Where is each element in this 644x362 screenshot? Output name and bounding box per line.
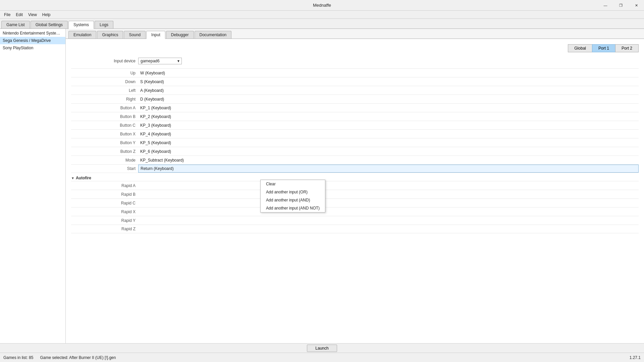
key-label-left: Left (71, 88, 138, 93)
key-mappings-table: Up W (Keyboard) Down S (Keyboard) Left A… (71, 68, 639, 173)
tab-emulation[interactable]: Emulation (68, 31, 96, 39)
table-row[interactable]: Button A KP_1 (Keyboard) (71, 103, 639, 112)
table-row[interactable]: Down S (Keyboard) (71, 77, 639, 86)
tab-documentation[interactable]: Documentation (195, 31, 232, 39)
table-row[interactable]: Start Return (Keyboard) (71, 164, 639, 173)
key-label-button-c: Button C (71, 123, 138, 128)
key-label-start: Start (71, 166, 138, 171)
titlebar-controls: — ❐ ✕ (598, 0, 644, 11)
main-layout: Nintendo Entertainment System / Famicom … (0, 29, 644, 343)
content-inner: Global Port 1 Port 2 Input device gamepa… (66, 39, 644, 343)
bottom-bar: Launch (0, 343, 644, 353)
context-menu-add-and-not[interactable]: Add another input (AND NOT) (261, 204, 325, 212)
key-value-rapid-c (138, 199, 639, 207)
context-menu-clear[interactable]: Clear (261, 180, 325, 188)
content-area: Emulation Graphics Sound Input Debugger … (66, 29, 644, 343)
sidebar-item-nes[interactable]: Nintendo Entertainment System / Famicom (0, 29, 65, 37)
key-label-button-b: Button B (71, 114, 138, 119)
autofire-table: Rapid A Rapid B Rapid C Rapid X Rapid Y (71, 181, 639, 233)
key-label-up: Up (71, 71, 138, 75)
key-value-up: W (Keyboard) (138, 69, 639, 77)
context-menu: Clear Add another input (OR) Add another… (260, 180, 325, 213)
port-global-button[interactable]: Global (568, 44, 592, 52)
table-row[interactable]: Rapid A (71, 181, 639, 190)
menu-file[interactable]: File (1, 12, 13, 18)
input-device-select[interactable]: gamepad6 ▾ (138, 58, 182, 64)
key-value-right: D (Keyboard) (138, 95, 639, 103)
key-label-down: Down (71, 79, 138, 84)
table-row[interactable]: Button X KP_4 (Keyboard) (71, 129, 639, 138)
autofire-label: Autofire (76, 176, 91, 180)
key-label-rapid-c: Rapid C (71, 201, 138, 205)
table-row[interactable]: Rapid C (71, 198, 639, 207)
minimize-button[interactable]: — (598, 0, 613, 11)
sidebar-item-playstation[interactable]: Sony PlayStation (0, 44, 65, 52)
context-menu-add-or[interactable]: Add another input (OR) (261, 188, 325, 196)
table-row[interactable]: Mode KP_Subtract (Keyboard) (71, 156, 639, 164)
menubar: File Edit View Help (0, 11, 644, 19)
input-device-label: Input device (71, 59, 138, 63)
input-device-row: Input device gamepad6 ▾ (71, 58, 639, 64)
key-value-rapid-y (138, 217, 639, 225)
context-menu-add-and[interactable]: Add another input (AND) (261, 196, 325, 204)
table-row[interactable]: Right D (Keyboard) (71, 95, 639, 103)
table-row[interactable]: Rapid Z (71, 225, 639, 233)
tab-graphics[interactable]: Graphics (97, 31, 123, 39)
key-value-rapid-b (138, 190, 639, 198)
autofire-section-header[interactable]: ▼ Autofire (71, 176, 639, 180)
tab-systems[interactable]: Systems (68, 21, 94, 29)
dropdown-arrow-icon: ▾ (177, 59, 179, 63)
key-label-button-x: Button X (71, 132, 138, 136)
table-row[interactable]: Rapid X (71, 207, 639, 216)
key-value-button-z: KP_6 (Keyboard) (138, 147, 639, 156)
tab-input[interactable]: Input (146, 31, 165, 39)
key-label-button-a: Button A (71, 106, 138, 110)
collapse-icon: ▼ (71, 176, 74, 180)
key-label-mode: Mode (71, 158, 138, 163)
key-value-button-a: KP_1 (Keyboard) (138, 104, 639, 112)
table-row[interactable]: Rapid B (71, 190, 639, 198)
port-1-button[interactable]: Port 1 (592, 44, 615, 52)
key-label-rapid-y: Rapid Y (71, 218, 138, 223)
key-label-right: Right (71, 97, 138, 102)
sidebar-item-genesis[interactable]: Sega Genesis / MegaDrive (0, 37, 65, 44)
tab-global-settings[interactable]: Global Settings (31, 21, 68, 28)
port-2-button[interactable]: Port 2 (615, 44, 639, 52)
key-label-button-z: Button Z (71, 149, 138, 154)
table-row[interactable]: Left A (Keyboard) (71, 86, 639, 95)
tab-game-list[interactable]: Game List (1, 21, 30, 28)
key-value-button-b: KP_2 (Keyboard) (138, 113, 639, 121)
table-row[interactable]: Button Z KP_6 (Keyboard) (71, 147, 639, 156)
window-title: Mednaffe (313, 3, 331, 8)
port-row: Global Port 1 Port 2 (71, 44, 639, 52)
key-value-down: S (Keyboard) (138, 78, 639, 86)
key-value-start: Return (Keyboard) (138, 165, 639, 173)
key-label-rapid-z: Rapid Z (71, 227, 138, 231)
menu-edit[interactable]: Edit (13, 12, 25, 18)
table-row[interactable]: Button Y KP_5 (Keyboard) (71, 138, 639, 147)
table-row[interactable]: Button B KP_2 (Keyboard) (71, 112, 639, 121)
main-tabs: Game List Global Settings Systems Logs (0, 19, 644, 29)
table-row[interactable]: Button C KP_3 (Keyboard) (71, 121, 639, 129)
close-button[interactable]: ✕ (629, 0, 644, 11)
game-selected-label: Game selected: After Burner II (UE) [!].… (40, 355, 116, 360)
sidebar: Nintendo Entertainment System / Famicom … (0, 29, 66, 343)
menu-help[interactable]: Help (40, 12, 53, 18)
key-value-mode: KP_Subtract (Keyboard) (138, 156, 639, 164)
games-in-list-label: Games in list: 85 (3, 355, 33, 360)
menu-view[interactable]: View (25, 12, 40, 18)
launch-button[interactable]: Launch (307, 345, 337, 352)
key-label-rapid-a: Rapid A (71, 183, 138, 188)
key-label-rapid-b: Rapid B (71, 192, 138, 197)
status-left: Games in list: 85 Game selected: After B… (3, 355, 116, 360)
key-label-button-y: Button Y (71, 140, 138, 145)
table-row[interactable]: Rapid Y (71, 216, 639, 225)
tab-logs[interactable]: Logs (95, 21, 113, 28)
tab-debugger[interactable]: Debugger (166, 31, 194, 39)
maximize-button[interactable]: ❐ (613, 0, 629, 11)
key-value-button-c: KP_3 (Keyboard) (138, 121, 639, 129)
key-value-button-y: KP_5 (Keyboard) (138, 139, 639, 147)
tab-sound[interactable]: Sound (124, 31, 146, 39)
table-row[interactable]: Up W (Keyboard) (71, 68, 639, 77)
key-label-rapid-x: Rapid X (71, 209, 138, 214)
